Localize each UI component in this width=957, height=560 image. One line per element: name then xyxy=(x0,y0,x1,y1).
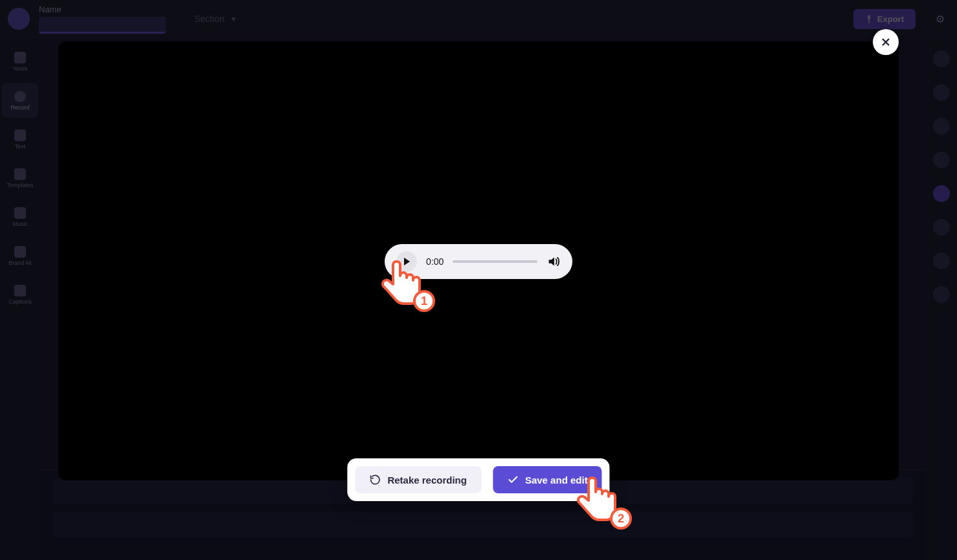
media-player: 0:00 xyxy=(385,244,572,279)
check-icon xyxy=(507,474,519,486)
close-icon xyxy=(881,37,891,47)
save-button-label: Save and edit xyxy=(525,475,588,486)
playback-time: 0:00 xyxy=(426,256,444,267)
recording-action-bar: Retake recording Save and edit xyxy=(347,458,609,501)
play-button[interactable] xyxy=(396,251,417,272)
save-and-edit-button[interactable]: Save and edit xyxy=(493,466,602,493)
refresh-icon xyxy=(369,474,381,486)
close-button[interactable] xyxy=(873,29,899,55)
retake-button-label: Retake recording xyxy=(387,475,467,486)
play-icon xyxy=(402,257,411,266)
progress-slider[interactable] xyxy=(453,260,537,263)
volume-icon xyxy=(546,254,561,269)
retake-recording-button[interactable]: Retake recording xyxy=(355,466,481,493)
volume-button[interactable] xyxy=(546,254,561,269)
